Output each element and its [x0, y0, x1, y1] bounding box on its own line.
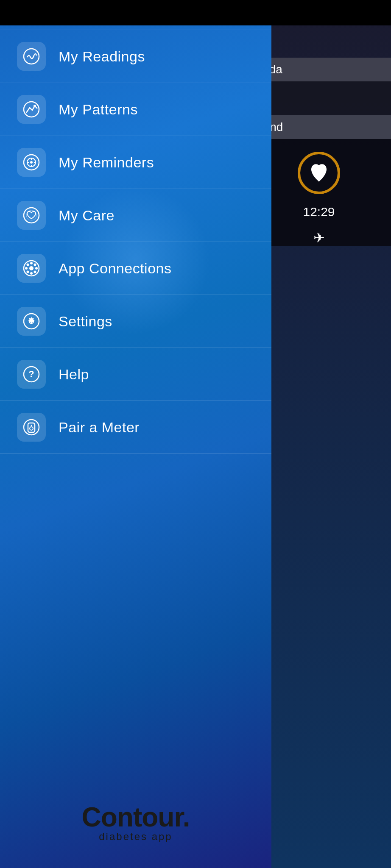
- svg-point-18: [27, 264, 29, 266]
- meter-icon: [17, 413, 46, 442]
- sidebar-item-label: My Reminders: [59, 154, 154, 171]
- svg-point-28: [30, 427, 33, 430]
- contour-logo: Contour. diabetes app: [81, 804, 190, 843]
- sidebar-item-label: My Care: [59, 207, 115, 224]
- svg-rect-27: [28, 423, 35, 432]
- sidebar-item-settings[interactable]: Settings: [0, 295, 271, 348]
- status-bar: [0, 0, 391, 25]
- sidebar-item-app-connections[interactable]: App Connections: [0, 242, 271, 295]
- sidebar-item-label: My Readings: [59, 48, 145, 65]
- sidebar-drawer: My Readings My Patterns My Reminders My …: [0, 0, 271, 868]
- sidebar-item-my-patterns[interactable]: My Patterns: [0, 83, 271, 136]
- reminders-icon: [17, 148, 46, 177]
- sidebar-item-label: My Patterns: [59, 101, 138, 118]
- sidebar-item-my-readings[interactable]: My Readings: [0, 30, 271, 83]
- readings-icon: [17, 42, 46, 71]
- svg-point-16: [25, 267, 28, 270]
- svg-point-21: [27, 271, 29, 273]
- nav-menu: My Readings My Patterns My Reminders My …: [0, 25, 271, 787]
- time-display: 12:29: [303, 205, 335, 219]
- svg-point-13: [29, 266, 34, 270]
- svg-point-10: [24, 208, 39, 223]
- svg-point-20: [34, 264, 36, 266]
- contour-logo-subtext: diabetes app: [99, 831, 172, 843]
- svg-point-15: [30, 272, 33, 275]
- airplane-mode-icon: ✈: [313, 230, 325, 246]
- sidebar-item-label: Pair a Meter: [59, 419, 140, 436]
- sidebar-item-label: Settings: [59, 313, 112, 330]
- sidebar-item-label: Help: [59, 366, 89, 383]
- care-icon: [17, 201, 46, 230]
- svg-point-5: [30, 161, 33, 164]
- svg-point-14: [30, 262, 33, 264]
- svg-point-0: [24, 49, 39, 64]
- help-icon: ?: [17, 360, 46, 389]
- apple-health-icon: [298, 152, 340, 194]
- svg-point-2: [34, 105, 36, 107]
- patterns-icon: [17, 95, 46, 124]
- sidebar-item-label: App Connections: [59, 260, 171, 277]
- sidebar-item-pair-a-meter[interactable]: Pair a Meter: [0, 401, 271, 454]
- svg-text:?: ?: [28, 369, 34, 379]
- sidebar-item-help[interactable]: ? Help: [0, 348, 271, 401]
- svg-point-19: [34, 271, 36, 273]
- sidebar-item-my-reminders[interactable]: My Reminders: [0, 136, 271, 189]
- connections-icon: [17, 254, 46, 283]
- sidebar-footer: Contour. diabetes app: [0, 787, 271, 868]
- contour-logo-text: Contour.: [81, 804, 190, 831]
- svg-point-17: [35, 267, 38, 270]
- sidebar-item-my-care[interactable]: My Care: [0, 189, 271, 242]
- settings-icon: [17, 307, 46, 336]
